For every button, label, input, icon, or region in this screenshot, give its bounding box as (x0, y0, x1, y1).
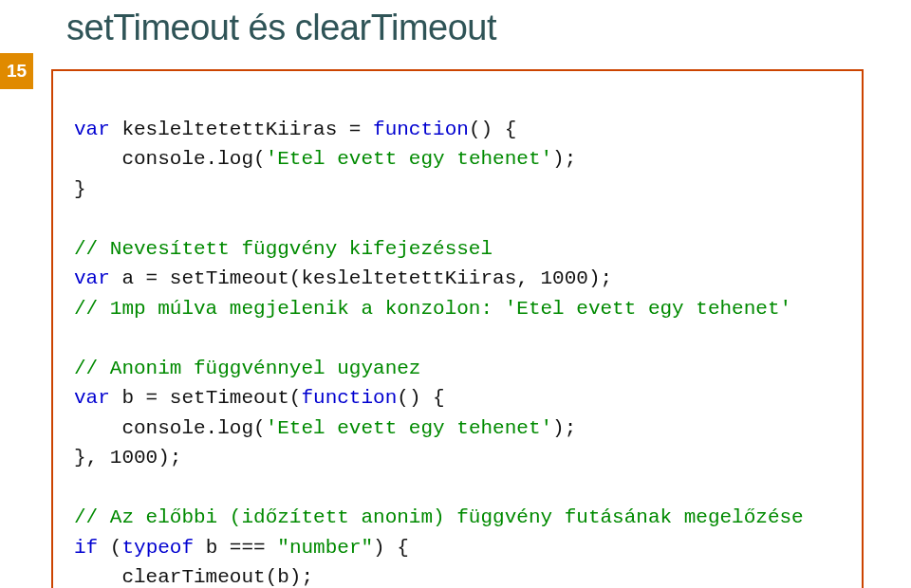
keyword: var (74, 387, 110, 409)
string-literal: "number" (277, 537, 373, 559)
code-line: console.log('Etel evett egy tehenet'); (74, 417, 576, 439)
comment: // Nevesített függvény kifejezéssel (74, 238, 493, 260)
keyword: function (373, 119, 469, 140)
code-block: var kesleltetettKiiras = function() { co… (51, 69, 864, 588)
code-text: console.log( (74, 417, 266, 439)
slide-title: setTimeout és clearTimeout (0, 0, 911, 60)
code-line: var b = setTimeout(function() { (74, 387, 445, 409)
code-text: console.log( (74, 148, 266, 170)
string-literal: 'Etel evett egy tehenet' (266, 417, 552, 439)
code-text: ); (552, 148, 576, 170)
code-text: b === (194, 537, 277, 559)
code-text: ( (98, 537, 121, 559)
code-text: a = setTimeout(kesleltetettKiiras, 1000)… (110, 267, 612, 289)
code-text: () { (397, 387, 444, 409)
keyword: if (74, 537, 98, 559)
code-line: clearTimeout(b); (74, 566, 313, 588)
code-text: b = setTimeout( (110, 387, 302, 409)
keyword: var (74, 119, 110, 140)
code-line: console.log('Etel evett egy tehenet'); (74, 148, 576, 170)
code-line: } (74, 178, 86, 200)
code-text: kesleltetettKiiras = (110, 119, 373, 140)
comment: // Az előbbi (időzített anonim) függvény… (74, 506, 804, 528)
code-text: () { (469, 119, 516, 140)
code-text: ) { (373, 537, 409, 559)
keyword: function (301, 387, 397, 409)
code-line: var kesleltetettKiiras = function() { (74, 119, 516, 140)
code-line: if (typeof b === "number") { (74, 537, 409, 559)
comment: // 1mp múlva megjelenik a konzolon: 'Ete… (74, 298, 791, 320)
keyword: typeof (121, 537, 194, 559)
code-line: }, 1000); (74, 447, 181, 469)
string-literal: 'Etel evett egy tehenet' (266, 148, 552, 170)
slide-number-badge: 15 (0, 53, 33, 89)
keyword: var (74, 267, 110, 289)
code-line: var a = setTimeout(kesleltetettKiiras, 1… (74, 267, 612, 289)
code-text: ); (552, 417, 576, 439)
comment: // Anonim függvénnyel ugyanez (74, 358, 420, 379)
